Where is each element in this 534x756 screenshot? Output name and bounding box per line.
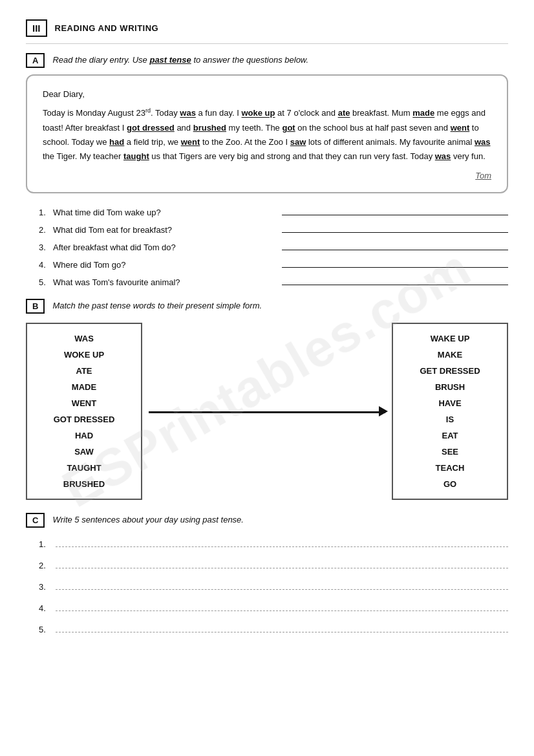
question-item: 5. What was Tom's favourite animal?	[39, 275, 508, 287]
writing-num: 3.	[39, 582, 53, 592]
part-c-instruction: Write 5 sentences about your day using p…	[52, 513, 244, 524]
present-word: MAKE	[393, 347, 507, 363]
past-word: HAD	[27, 427, 141, 444]
writing-num: 5.	[39, 625, 53, 634]
question-item: 2. What did Tom eat for breakfast?	[39, 222, 508, 235]
present-word: SEE	[393, 444, 507, 460]
answer-line	[282, 257, 508, 268]
question-number: 5.	[39, 277, 53, 287]
divider	[26, 43, 508, 44]
question-item: 3. After breakfast what did Tom do?	[39, 240, 508, 252]
instruction-text-end: to answer the questions below.	[191, 55, 308, 65]
answer-line	[282, 222, 508, 233]
part-c-label: C	[26, 513, 45, 528]
diary-text: Today is Monday August 23rd. Today was a…	[43, 106, 491, 164]
arrow-head	[379, 406, 388, 416]
question-number: 4.	[39, 260, 53, 270]
diary-box: Dear Diary, Today is Monday August 23rd.…	[26, 74, 508, 193]
question-item: 4. Where did Tom go?	[39, 257, 508, 270]
question-number: 2.	[39, 225, 53, 235]
part-b-label: B	[26, 299, 45, 314]
arrow-line	[149, 411, 385, 413]
answer-line	[282, 275, 508, 285]
writing-line-item: 4.	[39, 601, 508, 613]
writing-line	[56, 622, 508, 632]
roman-numeral: III	[26, 19, 47, 37]
writing-line	[56, 558, 508, 568]
present-word: GET DRESSED	[393, 363, 507, 379]
question-text: What did Tom eat for breakfast?	[53, 225, 279, 235]
diary-greeting: Dear Diary,	[43, 87, 491, 101]
present-word: EAT	[393, 427, 507, 444]
past-tense-box: WAS WOKE UP ATE MADE WENT GOT DRESSED HA…	[26, 323, 142, 500]
writing-line-item: 3.	[39, 579, 508, 592]
part-b-row: B Match the past tense words to their pr…	[26, 299, 508, 314]
writing-line-item: 2.	[39, 558, 508, 570]
question-text: What time did Tom wake up?	[53, 208, 279, 217]
present-word: TEACH	[393, 460, 507, 476]
past-word: SAW	[27, 444, 141, 460]
question-text: Where did Tom go?	[53, 260, 279, 270]
answer-line	[282, 205, 508, 215]
answer-line	[282, 240, 508, 250]
writing-lines-list: 1. 2. 3. 4. 5.	[39, 537, 508, 634]
past-word: WENT	[27, 395, 141, 411]
writing-num: 4.	[39, 603, 53, 613]
writing-line-item: 5.	[39, 622, 508, 634]
past-word: ATE	[27, 363, 141, 379]
instruction-text-plain: Read the diary entry. Use	[52, 55, 149, 65]
arrow-area	[142, 323, 392, 500]
writing-num: 2.	[39, 561, 53, 570]
present-simple-box: WAKE UP MAKE GET DRESSED BRUSH HAVE IS E…	[392, 323, 508, 500]
past-word: TAUGHT	[27, 460, 141, 476]
diary-signature: Tom	[43, 169, 491, 182]
present-word: BRUSH	[393, 379, 507, 395]
writing-num: 1.	[39, 539, 53, 549]
part-b-instruction: Match the past tense words to their pres…	[52, 299, 262, 310]
past-word: WAS	[27, 330, 141, 347]
past-word: GOT DRESSED	[27, 411, 141, 427]
present-word: HAVE	[393, 395, 507, 411]
section-title: READING AND WRITING	[55, 23, 159, 33]
question-text: What was Tom's favourite animal?	[53, 277, 279, 287]
past-word: MADE	[27, 379, 141, 395]
questions-list: 1. What time did Tom wake up? 2. What di…	[39, 205, 508, 287]
part-a-instruction: Read the diary entry. Use past tense to …	[52, 53, 308, 65]
part-a-label: A	[26, 53, 45, 68]
matching-container: WAS WOKE UP ATE MADE WENT GOT DRESSED HA…	[26, 323, 508, 500]
section-header: III READING AND WRITING	[26, 19, 508, 37]
past-word: WOKE UP	[27, 347, 141, 363]
writing-line	[56, 537, 508, 547]
question-text: After breakfast what did Tom do?	[53, 243, 279, 252]
part-a-row: A Read the diary entry. Use past tense t…	[26, 53, 508, 68]
writing-line	[56, 579, 508, 590]
present-word: IS	[393, 411, 507, 427]
part-c-row: C Write 5 sentences about your day using…	[26, 513, 508, 528]
writing-line-item: 1.	[39, 537, 508, 549]
instruction-bold: past tense	[149, 55, 191, 65]
present-word: GO	[393, 476, 507, 492]
question-number: 3.	[39, 243, 53, 252]
present-word: WAKE UP	[393, 330, 507, 347]
past-word: BRUSHED	[27, 476, 141, 492]
question-number: 1.	[39, 208, 53, 217]
writing-line	[56, 601, 508, 611]
question-item: 1. What time did Tom wake up?	[39, 205, 508, 217]
